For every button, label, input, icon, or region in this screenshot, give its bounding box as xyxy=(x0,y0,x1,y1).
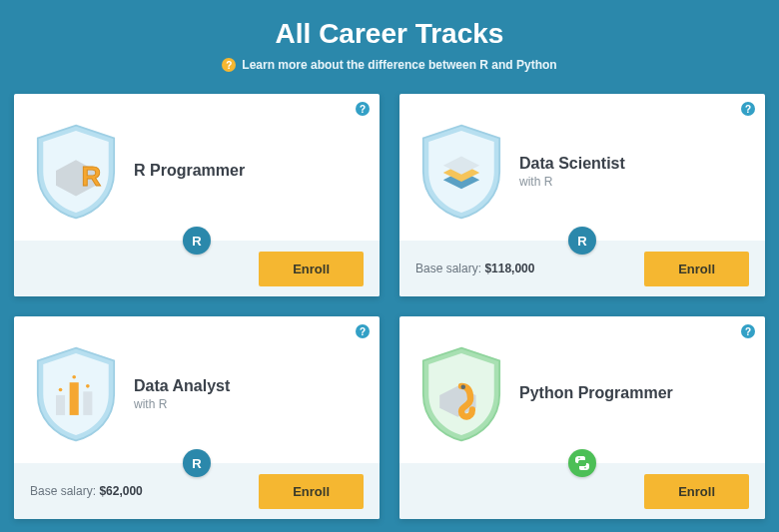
card-body: Data Scientist with R xyxy=(399,94,765,241)
svg-rect-1 xyxy=(56,394,65,414)
tracks-grid: ? R R Programmer R Enroll xyxy=(0,86,779,519)
enroll-button[interactable]: Enroll xyxy=(259,252,364,286)
svg-rect-3 xyxy=(83,391,92,415)
svg-point-4 xyxy=(59,387,63,391)
card-footer: R Base salary: $118,000 Enroll xyxy=(399,241,765,296)
subtitle-text: Learn more about the difference between … xyxy=(242,58,556,72)
salary-text: Base salary: $62,000 xyxy=(30,484,143,498)
help-icon: ? xyxy=(222,58,236,72)
track-card-python-programmer: ? Python Programmer xyxy=(399,316,765,519)
card-footer: R Enroll xyxy=(14,241,380,296)
subtitle-link[interactable]: ? Learn more about the difference betwee… xyxy=(0,58,779,72)
track-subtitle: with R xyxy=(134,397,230,411)
r-lang-badge-icon: R xyxy=(183,449,211,477)
track-title: Data Scientist xyxy=(519,155,625,173)
track-card-data-scientist: ? Data Scientist with R R Ba xyxy=(399,94,765,296)
shield-icon-bars xyxy=(30,344,122,444)
python-lang-badge-icon xyxy=(568,449,596,477)
svg-text:R: R xyxy=(81,160,101,191)
track-title: Data Analyst xyxy=(134,377,230,395)
card-body: R R Programmer xyxy=(14,94,380,241)
r-lang-badge-icon: R xyxy=(568,227,596,255)
card-help-icon[interactable]: ? xyxy=(741,102,755,116)
card-body: Python Programmer xyxy=(399,316,765,463)
enroll-button[interactable]: Enroll xyxy=(644,252,749,286)
shield-icon-r-letter: R xyxy=(30,122,122,222)
card-footer: R Base salary: $62,000 Enroll xyxy=(14,463,380,519)
shield-icon-python xyxy=(415,344,507,444)
shield-icon-stack xyxy=(415,122,507,222)
card-help-icon[interactable]: ? xyxy=(356,102,370,116)
svg-point-5 xyxy=(72,374,76,378)
svg-point-6 xyxy=(86,384,90,388)
track-subtitle: with R xyxy=(519,175,625,189)
track-title: R Programmer xyxy=(134,162,245,180)
salary-text: Base salary: $118,000 xyxy=(415,262,534,275)
card-help-icon[interactable]: ? xyxy=(741,324,755,338)
enroll-button[interactable]: Enroll xyxy=(259,474,364,509)
svg-point-7 xyxy=(461,384,466,389)
enroll-button[interactable]: Enroll xyxy=(644,474,749,509)
card-help-icon[interactable]: ? xyxy=(356,324,370,338)
track-title: Python Programmer xyxy=(519,384,673,402)
card-footer: Enroll xyxy=(399,463,765,519)
page-title: All Career Tracks xyxy=(0,18,779,50)
card-body: Data Analyst with R xyxy=(14,316,380,463)
svg-rect-2 xyxy=(70,382,79,415)
page-header: All Career Tracks ? Learn more about the… xyxy=(0,0,779,86)
r-lang-badge-icon: R xyxy=(183,227,211,255)
track-card-r-programmer: ? R R Programmer R Enroll xyxy=(14,94,380,296)
track-card-data-analyst: ? Data Analyst wit xyxy=(14,316,380,519)
